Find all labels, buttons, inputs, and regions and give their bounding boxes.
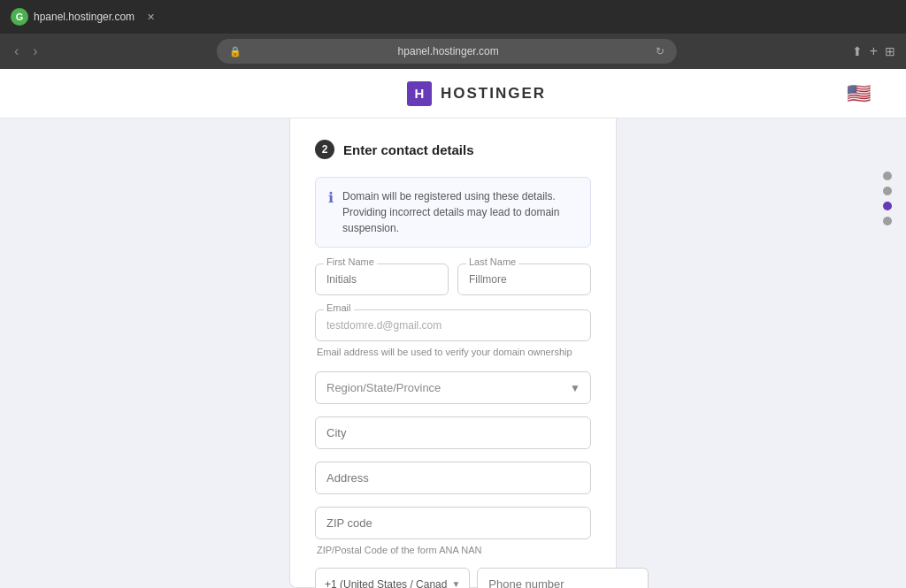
step-title: Enter contact details — [343, 142, 474, 157]
dot-4 — [883, 217, 892, 225]
city-group — [315, 416, 591, 449]
lock-icon: 🔒 — [229, 46, 242, 57]
flag-button[interactable]: 🇺🇸 — [847, 82, 871, 105]
address-bar[interactable]: 🔒 hpanel.hostinger.com ↻ — [217, 39, 677, 64]
browser-chrome: G hpanel.hostinger.com ✕ — [0, 0, 906, 34]
step-header: 2 Enter contact details — [315, 140, 591, 159]
zip-help-text: ZIP/Postal Code of the form ANA NAN — [315, 545, 591, 555]
dot-3 — [883, 202, 892, 210]
phone-dropdown-icon: ▼ — [451, 579, 460, 588]
phone-country-select[interactable]: +1 (United States / Canad ▼ — [315, 568, 470, 588]
side-dots — [883, 172, 892, 225]
browser-toolbar: ‹ › 🔒 hpanel.hostinger.com ↻ ⬆ + ⊞ — [0, 34, 906, 69]
email-group: Email — [315, 309, 591, 341]
last-name-group: Last Name — [457, 263, 591, 295]
logo: H HOSTINGER — [407, 81, 546, 106]
form-card: 2 Enter contact details ℹ Domain will be… — [289, 118, 617, 588]
zip-group — [315, 507, 591, 539]
zip-input[interactable] — [315, 507, 591, 539]
city-input[interactable] — [315, 416, 591, 449]
url-text: hpanel.hostinger.com — [247, 45, 650, 57]
new-tab-button[interactable]: + — [870, 43, 878, 59]
region-select[interactable]: Region/State/Province — [315, 371, 591, 404]
first-name-input[interactable] — [315, 263, 449, 295]
email-help-text: Email address will be used to verify you… — [315, 347, 591, 357]
name-row: First Name Last Name — [315, 263, 591, 295]
extensions-button[interactable]: ⊞ — [885, 44, 895, 58]
first-name-group: First Name — [315, 263, 449, 295]
phone-country-text: +1 (United States / Canad — [325, 578, 447, 589]
tab-title: hpanel.hostinger.com — [34, 11, 134, 23]
page-background: 2 Enter contact details ℹ Domain will be… — [0, 118, 906, 588]
email-input[interactable] — [315, 309, 591, 341]
reload-button[interactable]: ↻ — [656, 45, 664, 57]
phone-row: +1 (United States / Canad ▼ — [315, 568, 591, 588]
share-button[interactable]: ⬆ — [852, 44, 863, 58]
address-group — [315, 462, 591, 494]
dot-1 — [883, 172, 892, 180]
tab-strip: G hpanel.hostinger.com ✕ — [11, 8, 155, 26]
dot-2 — [883, 187, 892, 195]
nav-back-button[interactable]: ‹ — [11, 40, 22, 63]
step-number: 2 — [315, 140, 334, 159]
address-input[interactable] — [315, 462, 591, 494]
last-name-input[interactable] — [457, 263, 591, 295]
logo-text: HOSTINGER — [441, 85, 546, 103]
tab-close-icon[interactable]: ✕ — [147, 11, 155, 23]
logo-icon: H — [407, 81, 432, 106]
nav-forward-button[interactable]: › — [29, 40, 41, 63]
site-header: H HOSTINGER 🇺🇸 — [0, 69, 906, 118]
tab-icon: G — [11, 8, 28, 26]
phone-number-input[interactable] — [477, 568, 649, 588]
info-icon: ℹ — [328, 189, 334, 236]
email-label: Email — [324, 302, 354, 313]
last-name-label: Last Name — [466, 256, 518, 267]
first-name-label: First Name — [324, 256, 377, 267]
region-group: Region/State/Province ▼ — [315, 371, 591, 404]
info-text: Domain will be registered using these de… — [342, 188, 578, 236]
info-box: ℹ Domain will be registered using these … — [315, 177, 591, 248]
toolbar-actions: ⬆ + ⊞ — [852, 43, 895, 59]
